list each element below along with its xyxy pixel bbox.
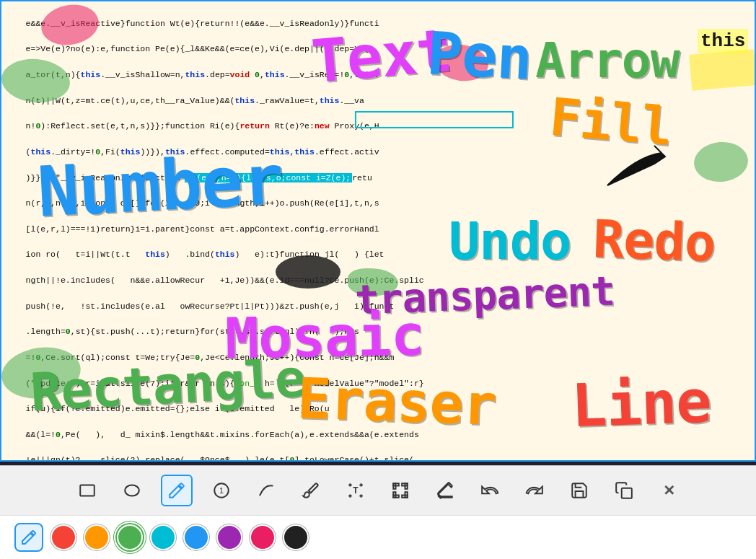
- toolbar-tools-row: 1 T: [0, 466, 756, 516]
- save-button[interactable]: [563, 475, 595, 506]
- decorative-rect-yellow: [689, 49, 756, 91]
- color-purple-swatch[interactable]: [216, 524, 242, 550]
- toolbar-colors-row: [0, 516, 756, 559]
- svg-text:T: T: [353, 486, 359, 496]
- svg-rect-13: [622, 488, 632, 498]
- svg-text:1: 1: [219, 487, 224, 496]
- color-pink-swatch[interactable]: [250, 524, 276, 550]
- color-green-swatch[interactable]: [117, 524, 143, 550]
- code-canvas[interactable]: e&&e.__v_isReactive}function Wt(e){retur…: [0, 0, 756, 462]
- screenshot-tool-button[interactable]: [384, 475, 416, 506]
- svg-point-1: [125, 485, 139, 496]
- copy-button[interactable]: [608, 475, 640, 506]
- number-tool-button[interactable]: 1: [206, 475, 237, 506]
- undo-button[interactable]: [474, 475, 506, 506]
- ellipse-tool-button[interactable]: [116, 475, 148, 506]
- close-button[interactable]: ✕: [653, 475, 685, 506]
- toolbar: 1 T: [0, 465, 756, 559]
- color-black-swatch[interactable]: [283, 524, 309, 550]
- this-highlight: this: [698, 29, 748, 53]
- color-blue-swatch[interactable]: [183, 524, 209, 550]
- svg-rect-0: [80, 485, 94, 496]
- redo-button[interactable]: [519, 475, 550, 506]
- code-content: e&&e.__v_isReactive}function Wt(e){retur…: [1, 1, 755, 462]
- color-cyan-swatch[interactable]: [150, 524, 176, 550]
- rectangle-tool-button[interactable]: [71, 475, 103, 506]
- text-tool-button[interactable]: T: [340, 475, 372, 506]
- color-orange-swatch[interactable]: [84, 524, 110, 550]
- brush-tool-button[interactable]: [295, 475, 327, 506]
- eraser-tool-button[interactable]: [429, 475, 461, 506]
- color-red-swatch[interactable]: [50, 524, 76, 550]
- curve-tool-button[interactable]: [250, 475, 282, 506]
- active-tool-indicator: [14, 523, 43, 552]
- pen-tool-button[interactable]: [161, 475, 193, 506]
